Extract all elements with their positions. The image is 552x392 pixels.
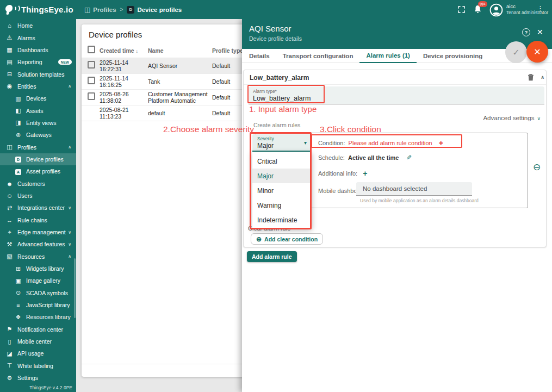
sidebar-item-users[interactable]: ☺Users <box>0 190 76 202</box>
mobile-dashboard-hint: Used by mobile application as an alarm d… <box>360 198 479 203</box>
notifications-badge: 99+ <box>478 1 487 7</box>
sidebar-item-reporting[interactable]: ▤ReportingNEW <box>0 56 76 68</box>
sidebar-item-api-usage[interactable]: ◪API usage <box>0 347 76 359</box>
sidebar-item-widgets-library[interactable]: ⊞Widgets library <box>0 263 76 275</box>
collapse-icon[interactable]: ∧ <box>541 74 544 80</box>
apply-changes-fab[interactable]: ✓ <box>505 41 527 63</box>
column-profile-type[interactable]: Profile type <box>212 47 245 54</box>
fullscreen-icon[interactable] <box>458 6 465 13</box>
sidebar-item-label: Profiles <box>17 144 36 151</box>
sidebar-item-alarms[interactable]: ⚠Alarms <box>0 32 76 43</box>
rule-chains-icon: ↔ <box>5 217 14 223</box>
advanced-settings-toggle[interactable]: Advanced settings∨ <box>483 115 541 121</box>
image-gallery-icon: ▣ <box>14 277 22 284</box>
tab-device-provisioning[interactable]: Device provisioning <box>417 49 489 63</box>
sidebar-item-integrations-center[interactable]: ⇄Integrations center∨ <box>0 202 76 214</box>
sidebar-item-asset-profiles[interactable]: AAsset profiles <box>0 165 76 177</box>
mobile-dashboard-input[interactable]: No dashboard selected <box>356 182 472 196</box>
page-title: Device profiles <box>89 30 142 39</box>
sidebar-item-mobile-center[interactable]: ▯Mobile center <box>0 335 76 347</box>
sidebar-item-label: White labeling <box>17 363 53 369</box>
add-additional-info-icon[interactable]: + <box>363 169 367 178</box>
severity-select[interactable]: Severity Major ▾ <box>252 134 312 152</box>
sidebar-item-scada-symbols[interactable]: ⊙SCADA symbols <box>0 287 76 299</box>
sidebar-item-assets[interactable]: ◧Assets <box>0 104 76 116</box>
row-checkbox[interactable] <box>88 92 95 100</box>
severity-option-warning[interactable]: Warning <box>252 198 312 213</box>
tab-alarm-rules[interactable]: Alarm rules (1) <box>359 49 417 63</box>
sidebar-item-javascript-library[interactable]: ≡JavaScript library <box>0 299 76 311</box>
severity-option-indeterminate[interactable]: Indeterminate <box>252 213 312 227</box>
close-panel-icon[interactable]: ✕ <box>537 28 543 36</box>
sidebar-item-image-gallery[interactable]: ▣Image gallery <box>0 275 76 287</box>
sidebar-item-gateways[interactable]: ⊚Gateways <box>0 129 76 141</box>
sidebar-item-label: Image gallery <box>26 277 60 284</box>
edit-schedule-icon[interactable]: ✎ <box>406 154 412 161</box>
solution-templates-icon: ⊟ <box>5 71 14 78</box>
add-condition-link[interactable]: Please add alarm rule condition <box>349 140 432 146</box>
profiles-icon: ◫ <box>5 144 14 151</box>
cell-created-time: 2025-11-14 16:22:31 <box>100 59 148 72</box>
sidebar-item-advanced-features[interactable]: ⚒Advanced features∨ <box>0 238 76 250</box>
sidebar-item-device-profiles[interactable]: DDevice profiles <box>0 153 76 165</box>
add-condition-plus-icon[interactable]: + <box>439 139 443 147</box>
sidebar-item-profiles[interactable]: ◫Profiles∧ <box>0 141 76 153</box>
column-name[interactable]: Name <box>148 47 212 54</box>
alarm-rule-header[interactable]: Low_battery_alarm ∧ <box>244 70 546 85</box>
delete-alarm-rule-icon[interactable] <box>528 73 534 81</box>
row-checkbox[interactable] <box>88 77 95 84</box>
row-checkbox[interactable] <box>88 61 95 69</box>
remove-alarm-rule-icon[interactable]: ⊖ <box>533 161 541 173</box>
avatar[interactable] <box>489 3 503 17</box>
sidebar-item-settings[interactable]: ⚙Settings <box>0 372 76 384</box>
sidebar-item-resources[interactable]: ▧Resources∧ <box>0 251 76 263</box>
device-profiles-icon: D <box>14 155 22 163</box>
additional-info-row: Additional info: + <box>318 169 367 178</box>
more-menu-icon[interactable]: ⋮ <box>537 4 544 13</box>
severity-option-major[interactable]: Major <box>252 169 312 183</box>
tab-transport-configuration[interactable]: Transport configuration <box>276 49 360 63</box>
cell-profile-type: Default <box>212 63 245 69</box>
sidebar-item-customers[interactable]: ☻Customers <box>0 177 76 189</box>
sidebar-item-label: Asset profiles <box>26 168 60 175</box>
column-created-time[interactable]: Created time↓ <box>100 47 148 54</box>
scada-symbols-icon: ⊙ <box>14 289 22 296</box>
sidebar-item-solution-templates[interactable]: ⊟Solution templates <box>0 68 76 80</box>
add-alarm-rule-button[interactable]: Add alarm rule <box>247 251 297 262</box>
advanced-features-icon: ⚒ <box>5 241 14 248</box>
select-all-checkbox[interactable] <box>88 46 95 53</box>
sidebar-item-label: Entities <box>17 83 36 90</box>
sidebar-item-rule-chains[interactable]: ↔Rule chains <box>0 214 76 226</box>
topbar: ThingsEye.io ◫ Profiles > D Device profi… <box>0 0 552 19</box>
sidebar-item-entities[interactable]: ◉Entities∧ <box>0 80 76 92</box>
sidebar-item-entity-views[interactable]: ◨Entity views <box>0 117 76 129</box>
alarm-type-field[interactable]: Alarm type* Low_battery_alarm <box>249 86 544 104</box>
severity-dropdown-menu: CriticalMajorMinorWarningIndeterminate <box>252 152 312 228</box>
cell-name: Tank <box>148 78 212 85</box>
alarm-rule-card: Low_battery_alarm ∧ Alarm type* Low_batt… <box>243 70 547 247</box>
severity-option-critical[interactable]: Critical <box>252 154 312 169</box>
sidebar-item-notification-center[interactable]: ⚑Notification center <box>0 323 76 335</box>
alarms-icon: ⚠ <box>5 34 14 41</box>
sidebar-item-white-labeling[interactable]: ⊤White labeling <box>0 360 76 372</box>
add-clear-condition-button[interactable]: ⊕ Add clear condition <box>251 233 323 245</box>
sidebar-item-home[interactable]: ⌂Home <box>0 20 76 32</box>
sidebar-item-label: Devices <box>26 95 46 102</box>
sidebar-item-dashboards[interactable]: ▦Dashboards <box>0 44 76 56</box>
customers-icon: ☻ <box>5 181 14 187</box>
sidebar-item-devices[interactable]: ▥Devices <box>0 92 76 104</box>
javascript-library-icon: ≡ <box>14 302 22 308</box>
severity-option-minor[interactable]: Minor <box>252 183 312 198</box>
cell-profile-type: Default <box>212 94 245 101</box>
settings-icon: ⚙ <box>5 375 14 382</box>
tab-details[interactable]: Details <box>243 49 276 63</box>
sidebar-item-edge-management[interactable]: ⌖Edge management∨ <box>0 226 76 238</box>
device-profile-details-panel: AQI Sensor Device profile details ? ✕ De… <box>242 19 552 392</box>
sidebar-item-resources-library[interactable]: ❖Resources library <box>0 311 76 323</box>
help-icon[interactable]: ? <box>522 28 530 36</box>
chevron-down-icon: ∨ <box>537 116 541 121</box>
discard-changes-fab[interactable]: ✕ <box>526 41 548 63</box>
chevron-up-icon: ∧ <box>68 254 71 259</box>
sidebar-scrollbar[interactable] <box>74 258 76 318</box>
sidebar-item-label: Settings <box>17 375 38 381</box>
